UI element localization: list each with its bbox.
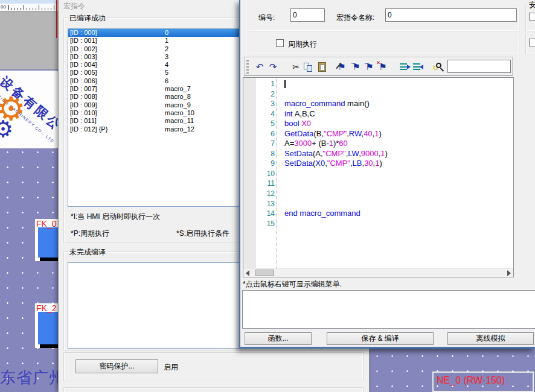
marquee-text-widget[interactable]: 东省广州 xyxy=(0,367,65,388)
code-line: 3macro_command main() xyxy=(243,99,513,109)
code-line: 2 xyxy=(243,89,513,100)
toolbar-grip[interactable] xyxy=(246,60,249,74)
code-segment: 30 xyxy=(364,159,373,168)
compiled-group-label: 已编译成功 xyxy=(68,13,107,24)
macro-item-id: [ID : 004] xyxy=(70,61,97,69)
undo-icon[interactable]: ↶ xyxy=(254,60,266,74)
dialog-title: 宏指令 xyxy=(63,1,85,11)
macro-item-name: macro_11 xyxy=(165,117,194,125)
fk2-button-widget[interactable]: FK_2 xyxy=(35,303,59,348)
scroll-thumb[interactable] xyxy=(255,270,274,276)
cut-icon[interactable]: ✂ xyxy=(290,60,302,74)
code-segment: (A, xyxy=(313,149,323,158)
bookmark-prev-icon[interactable]: ←⚑ xyxy=(364,60,376,74)
code-line: 14end macro_command xyxy=(243,209,513,219)
code-segment: RW xyxy=(349,129,362,138)
line-number: 4 xyxy=(243,109,275,119)
code-segment: main() xyxy=(345,99,369,108)
code-segment: bool xyxy=(284,119,300,128)
find-input[interactable] xyxy=(447,60,511,73)
code-segment: 40 xyxy=(364,129,372,138)
periodic-exec-checkbox[interactable] xyxy=(276,39,284,47)
macro-item-name: macro_9 xyxy=(165,101,191,109)
editor-toolbar: ↶↷✂⚑→⚑←⚑×⚑↻ xyxy=(244,57,513,76)
bookmark-toggle-icon[interactable]: ⚑ xyxy=(336,60,348,74)
editor-hscrollbar[interactable] xyxy=(243,268,513,277)
macro-item-id: [ID : 001] xyxy=(70,37,97,45)
password-protect-button[interactable]: 密码保护... xyxy=(75,359,158,373)
macro-item-name: macro_10 xyxy=(165,109,194,117)
code-text: A=3000+ (B-1)*60 xyxy=(284,139,348,149)
fk2-shadow xyxy=(40,344,59,348)
design-canvas[interactable]: 设备有限公司 ATION MACHINERY CO., LTD ⚙ ⚙ FK_0… xyxy=(0,69,58,392)
code-text: SetData(A,"CMP",LW,9000,1) xyxy=(284,149,388,159)
logo-widget[interactable]: 设备有限公司 ATION MACHINERY CO., LTD ⚙ ⚙ xyxy=(0,71,58,148)
line-number: 6 xyxy=(243,129,275,139)
macro-id-input[interactable] xyxy=(290,8,325,22)
code-segment: "CMP" xyxy=(324,129,347,138)
fk0-shadow xyxy=(40,258,59,261)
fk0-button-widget[interactable]: FK_0 xyxy=(35,219,59,261)
code-segment: macro_command xyxy=(284,99,345,108)
save-compile-button[interactable]: 保存 & 编译 xyxy=(327,332,434,345)
code-segment: LW xyxy=(348,149,359,158)
compile-message-box[interactable] xyxy=(242,290,535,329)
offline-simulation-button[interactable]: 离线模拟 xyxy=(447,332,534,345)
macro-item-name: 4 xyxy=(165,61,168,69)
code-segment: SetData xyxy=(284,149,313,158)
code-text: bool X0 xyxy=(284,119,311,129)
note-exec-condition: *S:启用执行条件 xyxy=(176,229,229,239)
macro-item-id: [ID : 003] xyxy=(70,53,97,61)
security-checkbox-1[interactable] xyxy=(529,13,535,21)
design-canvas-bottom[interactable]: NE_0 (RW-150) xyxy=(370,349,535,392)
note-periodic-exec: *P:周期执行 xyxy=(71,229,109,239)
code-segment: 3000 xyxy=(294,139,312,148)
code-segment: X0 xyxy=(315,159,325,168)
function-button[interactable]: 函数... xyxy=(245,332,312,345)
editor-hint-text: *点击鼠标右键可显示编辑菜单. xyxy=(243,279,342,289)
line-number: 7 xyxy=(243,139,275,149)
macro-item-id: [ID : 002] xyxy=(70,45,97,53)
redo-icon[interactable]: ↷ xyxy=(267,60,279,74)
code-editor[interactable]: 123macro_command main()4int A,B,C5bool X… xyxy=(243,77,514,277)
code-line: 6GetData(B,"CMP",RW,40,1) xyxy=(243,129,513,139)
scroll-left-arrow-icon[interactable] xyxy=(246,270,249,276)
macro-item-id: [ID : 008] xyxy=(70,93,97,101)
paste-icon[interactable] xyxy=(316,60,328,74)
line-number: 14 xyxy=(243,209,275,219)
macro-item-name: macro_8 xyxy=(165,93,191,101)
code-line: 8SetData(A,"CMP",LW,9000,1) xyxy=(243,149,513,159)
code-segment: 1 xyxy=(329,139,333,148)
macro-item-name: 6 xyxy=(165,77,168,85)
bottom-group xyxy=(63,387,364,392)
fk0-label: FK_0 xyxy=(36,219,56,229)
macro-item-name: 5 xyxy=(165,69,168,77)
line-number: 1 xyxy=(243,79,275,89)
outdent-icon[interactable] xyxy=(412,60,424,74)
macro-name-label: 宏指令名称: xyxy=(336,13,374,23)
copy-icon[interactable] xyxy=(302,60,314,74)
code-line: 4int A,B,C xyxy=(243,109,513,119)
code-segment: ) xyxy=(385,149,388,158)
macro-name-input[interactable] xyxy=(385,8,517,22)
scroll-right-arrow-icon[interactable] xyxy=(507,270,511,276)
bookmark-clear-icon[interactable]: ×⚑ xyxy=(377,60,389,74)
fk2-label: FK_2 xyxy=(36,303,56,313)
find-icon[interactable]: ↻ xyxy=(434,60,446,74)
code-line: 11 xyxy=(243,179,513,189)
ne0-numeric-widget[interactable]: NE_0 (RW-150) xyxy=(432,371,534,392)
indent-icon[interactable] xyxy=(399,60,411,74)
line-number: 5 xyxy=(243,119,275,129)
macro-item-name: 3 xyxy=(165,53,168,61)
macro-item-id: [ID : 012] {P} xyxy=(70,125,107,133)
code-segment: 9000 xyxy=(361,149,379,158)
horizontal-ruler: 00 xyxy=(0,4,58,11)
code-segment: 1 xyxy=(380,149,385,158)
code-segment: "CMP" xyxy=(323,149,346,158)
code-segment: "CMP" xyxy=(327,159,350,168)
macro-item-name: macro_12 xyxy=(165,125,194,133)
macro-item-name: macro_7 xyxy=(165,85,191,93)
macro-item-id: [ID : 009] xyxy=(70,101,97,109)
security-checkbox-2[interactable] xyxy=(529,39,535,46)
bookmark-next-icon[interactable]: →⚑ xyxy=(350,60,362,74)
